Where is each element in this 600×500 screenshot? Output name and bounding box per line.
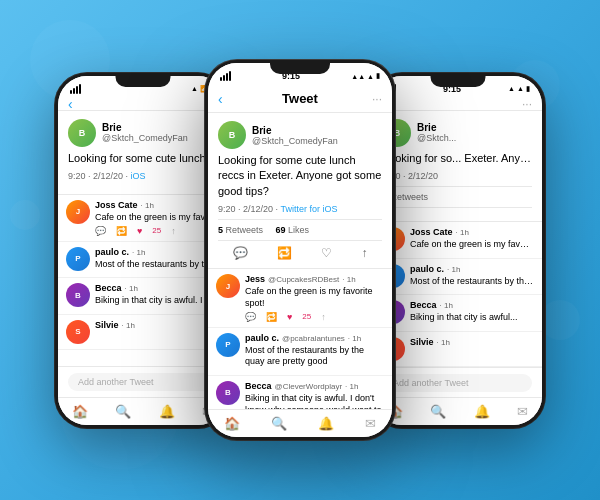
center-phone: 9:15 ▲▲ ▲ ▮ ‹ Tweet ···	[205, 60, 395, 440]
content-left: B Brie @Sktch_ComedyFan Looking for some…	[58, 111, 227, 397]
tweet-meta-left: 9:20 · 2/12/20 · iOS	[68, 171, 217, 181]
search-nav-right[interactable]: 🔍	[430, 404, 446, 419]
home-nav-left[interactable]: 🏠	[72, 404, 88, 419]
reply-joss-left: J Joss Cate · 1h Cafe on the green is my…	[58, 195, 227, 242]
comment-icon-center[interactable]: 💬	[233, 246, 248, 260]
home-nav-center[interactable]: 🏠	[224, 416, 240, 431]
reply-time-paulo-left: · 1h	[132, 248, 145, 257]
reply-body-silvie-right: Silvie · 1h	[410, 337, 534, 361]
notif-nav-center[interactable]: 🔔	[318, 416, 334, 431]
avatar-initials-center: B	[218, 121, 246, 149]
reply-actions-joss-left: 💬 🔁 ♥ 25 ↑	[95, 226, 219, 236]
avatar-paulo-left: P	[66, 247, 90, 271]
reply-handle-becca-center: @CleverWordplayr	[275, 382, 343, 391]
reply-time-paulo-right: · 1h	[447, 265, 460, 274]
tweet-actions-center: 💬 🔁 ♡ ↑	[218, 246, 382, 260]
share-icon-joss-left[interactable]: ↑	[171, 226, 176, 236]
center-phone-wrapper: 9:15 ▲▲ ▲ ▮ ‹ Tweet ···	[205, 60, 395, 440]
like-icon-jess[interactable]: ♥	[287, 312, 292, 322]
search-nav-center[interactable]: 🔍	[271, 416, 287, 431]
reply-body-paulo-center: paulo c. @pcabralantunes · 1h Most of th…	[245, 333, 384, 370]
av-init-paulo-center: P	[216, 333, 240, 357]
add-tweet-input-left[interactable]: Add another Tweet	[68, 373, 217, 391]
like-count-joss-left: 25	[152, 226, 161, 236]
reply-header-joss-left: Joss Cate · 1h	[95, 200, 219, 210]
tweet-text-right: Looking for so... Exeter. Anyon...	[383, 151, 532, 166]
reply-handle-jess-center: @CupcakesRDBest	[268, 275, 339, 284]
reply-name-paulo-left: paulo c.	[95, 247, 129, 257]
reply-becca-center: B Becca @CleverWordplayr · 1h Biking in …	[208, 376, 392, 409]
more-menu-right[interactable]: ···	[522, 97, 532, 111]
reply-time-silvie-right: · 1h	[437, 338, 450, 347]
content-center: B Brie @Sktch_ComedyFan Looking for some…	[208, 113, 392, 409]
notif-nav-right[interactable]: 🔔	[474, 404, 490, 419]
reply-name-paulo-center: paulo c.	[245, 333, 279, 343]
like-icon-center[interactable]: ♡	[321, 246, 332, 260]
bar3	[76, 86, 78, 94]
mail-nav-center[interactable]: ✉	[365, 416, 376, 431]
reply-time-becca-left: · 1h	[125, 284, 138, 293]
avatar-silvie-left: S	[66, 320, 90, 344]
source-link-center[interactable]: Twitter for iOS	[280, 204, 337, 214]
author-info-right: Brie @Sktch...	[417, 122, 456, 143]
back-button-left[interactable]: ‹	[68, 96, 73, 112]
author-info-center: Brie @Sktch_ComedyFan	[252, 125, 338, 146]
like-count-orig: 69 Likes	[276, 225, 310, 235]
reply-time-jess-center: · 1h	[342, 275, 355, 284]
search-nav-left[interactable]: 🔍	[115, 404, 131, 419]
bar1	[70, 90, 72, 94]
comment-icon-joss-left[interactable]: 💬	[95, 226, 106, 236]
bottom-nav-right: 🏠 🔍 🔔 ✉	[373, 397, 542, 425]
like-icon-joss-left[interactable]: ♥	[137, 226, 142, 236]
back-button-center[interactable]: ‹	[218, 91, 223, 107]
notch-center	[270, 60, 330, 74]
reply-paulo-right: P paulo c. · 1h Most of the restaurants …	[373, 259, 542, 296]
av-init-becca-center: B	[216, 381, 240, 405]
reply-body-silvie-left: Silvie · 1h	[95, 320, 219, 344]
tweet-author-right: B Brie @Sktch...	[383, 119, 532, 147]
avatar-joss-left: J	[66, 200, 90, 224]
reply-joss-right: J Joss Cate · 1h Cafe on the green is my…	[373, 222, 542, 259]
avatar-brie-center: B	[218, 121, 246, 149]
notif-nav-left[interactable]: 🔔	[159, 404, 175, 419]
reply-header-becca-right: Becca · 1h	[410, 300, 534, 310]
reply-body-paulo-right: paulo c. · 1h Most of the restaurants by…	[410, 264, 534, 290]
right-phone: 9:15 ▲ ▲ ▮ ‹ ···	[370, 73, 545, 428]
avatar-paulo-center: P	[216, 333, 240, 357]
reply-becca-right: B Becca · 1h Biking in that city is awfu…	[373, 295, 542, 332]
av-init-silvie-left: S	[66, 320, 90, 344]
source-link-left[interactable]: iOS	[131, 171, 146, 181]
retweet-icon-center[interactable]: 🔁	[277, 246, 292, 260]
reply-body-jess-center: Jess @CupcakesRDBest · 1h Cafe on the gr…	[245, 274, 384, 321]
header-right: ‹ ···	[373, 98, 542, 111]
bar2	[73, 88, 75, 94]
reply-header-paulo-center: paulo c. @pcabralantunes · 1h	[245, 333, 384, 343]
tweet-stats-right: 5 Retweets	[383, 186, 532, 208]
add-tweet-bar-right: Add another Tweet	[373, 367, 542, 397]
bar3c	[226, 73, 228, 81]
status-icons-right: ▲ ▲ ▮	[508, 85, 530, 93]
mail-nav-right[interactable]: ✉	[517, 404, 528, 419]
bottom-nav-left: 🏠 🔍 🔔 ✉	[58, 397, 227, 425]
reply-silvie-right: S Silvie · 1h	[373, 332, 542, 367]
reply-name-becca-right: Becca	[410, 300, 437, 310]
reply-name-silvie-left: Silvie	[95, 320, 119, 330]
reply-body-joss-right: Joss Cate · 1h Cafe on the green is my f…	[410, 227, 534, 253]
more-menu-center[interactable]: ···	[372, 92, 382, 106]
avatar-becca-left: B	[66, 283, 90, 307]
tweet-text-left: Looking for some cute lunch reccs in Exe…	[68, 151, 217, 166]
right-phone-wrapper: 9:15 ▲ ▲ ▮ ‹ ···	[395, 73, 545, 428]
share-icon-jess[interactable]: ↑	[321, 312, 326, 322]
reply-text-becca-right: Biking in that city is awful...	[410, 312, 534, 324]
share-icon-center[interactable]: ↑	[361, 246, 367, 260]
wifi-icon-center: ▲	[367, 73, 374, 80]
header-left: ‹ ···	[58, 98, 227, 111]
bar1c	[220, 77, 222, 81]
retweet-icon-joss-left[interactable]: 🔁	[116, 226, 127, 236]
reply-text-joss-right: Cafe on the green is my favorite spot!	[410, 239, 534, 251]
wifi-icon-right: ▲	[517, 85, 524, 92]
comment-icon-jess[interactable]: 💬	[245, 312, 256, 322]
retweet-icon-jess[interactable]: 🔁	[266, 312, 277, 322]
signal-icon-center: ▲▲	[351, 73, 365, 80]
add-tweet-input-right[interactable]: Add another Tweet	[383, 374, 532, 392]
